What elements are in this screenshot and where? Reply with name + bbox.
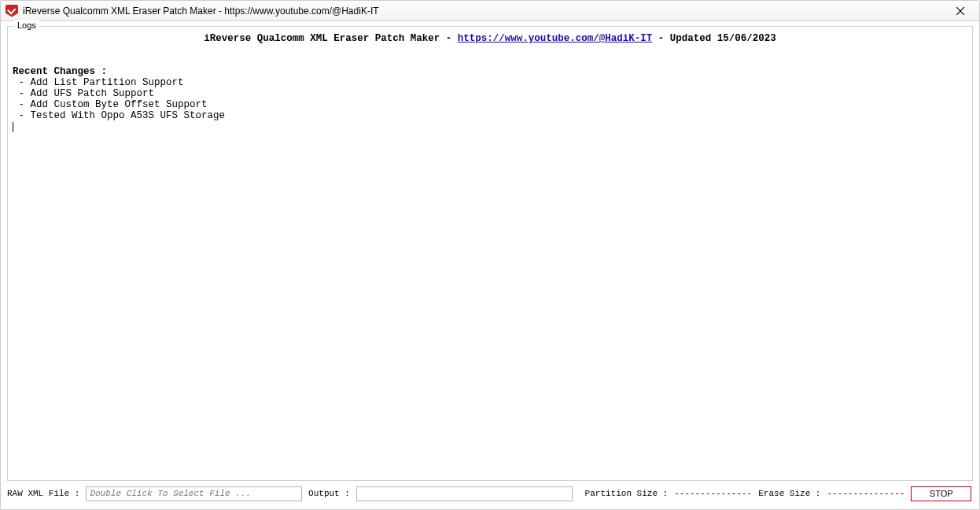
logs-textarea[interactable]: iReverse Qualcomm XML Eraser Patch Maker… xyxy=(13,33,967,475)
logs-groupbox-label: Logs xyxy=(14,20,39,30)
logs-change-3: - Add Custom Byte Offset Support xyxy=(13,99,208,110)
logs-banner-link[interactable]: https://www.youtube.com/@HadiK-IT xyxy=(458,33,653,44)
raw-xml-label: RAW XML File : xyxy=(7,489,79,498)
bottom-toolbar: RAW XML File : Output : Partition Size :… xyxy=(7,484,973,503)
window-title: iReverse Qualcomm XML Eraser Patch Maker… xyxy=(23,6,945,17)
titlebar[interactable]: iReverse Qualcomm XML Eraser Patch Maker… xyxy=(1,1,979,21)
logs-banner-suffix: - Updated 15/06/2023 xyxy=(652,33,776,44)
logs-groupbox: Logs iReverse Qualcomm XML Eraser Patch … xyxy=(7,26,973,481)
erase-size-value: --------------- xyxy=(827,489,904,498)
logs-change-1: - Add List Partition Support xyxy=(13,77,184,88)
logs-recent-header: Recent Changes : xyxy=(13,66,107,77)
close-button[interactable] xyxy=(945,1,976,20)
logs-cursor xyxy=(13,121,13,132)
logs-banner-prefix: iReverse Qualcomm XML Eraser Patch Maker… xyxy=(204,33,458,44)
client-area: Logs iReverse Qualcomm XML Eraser Patch … xyxy=(1,21,979,509)
app-icon xyxy=(6,5,18,17)
logs-change-4: - Tested With Oppo A53S UFS Storage xyxy=(13,110,225,121)
stop-button[interactable]: STOP xyxy=(911,486,971,501)
logs-change-2: - Add UFS Patch Support xyxy=(13,88,154,99)
logs-banner-line: iReverse Qualcomm XML Eraser Patch Maker… xyxy=(13,33,967,44)
erase-size-label: Erase Size : xyxy=(758,489,820,498)
partition-size-value: --------------- xyxy=(674,489,752,498)
close-icon xyxy=(956,7,964,15)
output-input[interactable] xyxy=(356,486,573,501)
raw-xml-input[interactable] xyxy=(86,486,302,501)
partition-size-label: Partition Size : xyxy=(585,489,669,498)
output-label: Output : xyxy=(308,489,350,498)
main-window: iReverse Qualcomm XML Eraser Patch Maker… xyxy=(0,0,980,510)
